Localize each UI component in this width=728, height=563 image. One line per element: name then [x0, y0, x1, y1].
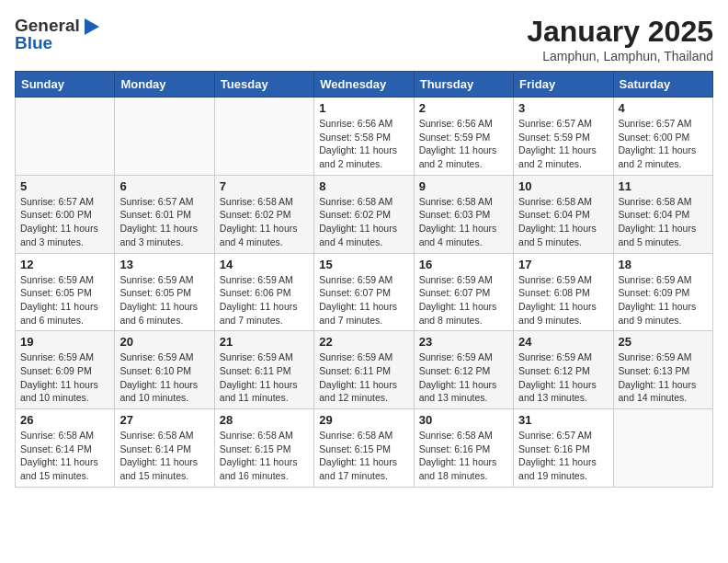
day-number: 18 — [619, 258, 708, 271]
day-number: 25 — [619, 335, 708, 349]
day-info: Sunrise: 6:58 AM Sunset: 6:16 PM Dayligh… — [419, 429, 508, 483]
calendar-cell: 9Sunrise: 6:58 AM Sunset: 6:03 PM Daylig… — [414, 175, 513, 253]
calendar-cell: 4Sunrise: 6:57 AM Sunset: 6:00 PM Daylig… — [613, 98, 712, 176]
day-info: Sunrise: 6:59 AM Sunset: 6:06 PM Dayligh… — [220, 273, 309, 327]
calendar-cell: 8Sunrise: 6:58 AM Sunset: 6:02 PM Daylig… — [314, 175, 414, 253]
day-info: Sunrise: 6:58 AM Sunset: 6:04 PM Dayligh… — [518, 195, 608, 249]
day-number: 3 — [518, 101, 608, 115]
day-number: 21 — [220, 335, 309, 349]
calendar-cell: 2Sunrise: 6:56 AM Sunset: 5:59 PM Daylig… — [414, 98, 513, 176]
calendar-cell: 5Sunrise: 6:57 AM Sunset: 6:00 PM Daylig… — [16, 175, 115, 253]
day-number: 2 — [419, 101, 508, 115]
calendar-cell: 1Sunrise: 6:56 AM Sunset: 5:58 PM Daylig… — [314, 98, 414, 176]
day-info: Sunrise: 6:57 AM Sunset: 6:00 PM Dayligh… — [619, 117, 708, 171]
day-info: Sunrise: 6:59 AM Sunset: 6:13 PM Dayligh… — [619, 350, 708, 405]
day-info: Sunrise: 6:57 AM Sunset: 5:59 PM Dayligh… — [518, 117, 608, 171]
day-info: Sunrise: 6:59 AM Sunset: 6:12 PM Dayligh… — [518, 350, 608, 405]
day-info: Sunrise: 6:58 AM Sunset: 6:14 PM Dayligh… — [119, 429, 209, 483]
day-info: Sunrise: 6:57 AM Sunset: 6:00 PM Dayligh… — [20, 195, 109, 249]
day-info: Sunrise: 6:59 AM Sunset: 6:11 PM Dayligh… — [319, 350, 408, 405]
calendar-header-thursday: Thursday — [414, 72, 513, 98]
calendar-header-sunday: Sunday — [16, 72, 115, 98]
day-info: Sunrise: 6:56 AM Sunset: 5:59 PM Dayligh… — [419, 117, 508, 171]
calendar-cell — [16, 98, 115, 176]
day-number: 22 — [319, 335, 408, 349]
day-info: Sunrise: 6:59 AM Sunset: 6:09 PM Dayligh… — [20, 350, 109, 405]
logo-triangle-icon — [81, 17, 101, 37]
day-info: Sunrise: 6:58 AM Sunset: 6:04 PM Dayligh… — [619, 195, 708, 249]
day-number: 17 — [518, 258, 608, 271]
day-info: Sunrise: 6:58 AM Sunset: 6:02 PM Dayligh… — [319, 195, 408, 249]
calendar-cell: 25Sunrise: 6:59 AM Sunset: 6:13 PM Dayli… — [613, 331, 712, 409]
calendar-header-saturday: Saturday — [613, 72, 712, 98]
calendar-cell: 20Sunrise: 6:59 AM Sunset: 6:10 PM Dayli… — [115, 331, 214, 409]
calendar-cell: 19Sunrise: 6:59 AM Sunset: 6:09 PM Dayli… — [16, 331, 115, 409]
day-info: Sunrise: 6:59 AM Sunset: 6:09 PM Dayligh… — [619, 273, 708, 327]
calendar-cell — [115, 98, 214, 176]
day-info: Sunrise: 6:57 AM Sunset: 6:01 PM Dayligh… — [119, 195, 209, 249]
day-number: 1 — [319, 101, 408, 115]
calendar-cell: 14Sunrise: 6:59 AM Sunset: 6:06 PM Dayli… — [214, 253, 313, 331]
day-number: 30 — [419, 413, 508, 427]
location-title: Lamphun, Lamphun, Thailand — [527, 49, 713, 63]
day-number: 11 — [619, 179, 708, 193]
calendar-week-row: 5Sunrise: 6:57 AM Sunset: 6:00 PM Daylig… — [16, 175, 713, 253]
day-number: 13 — [119, 258, 209, 271]
day-number: 9 — [419, 179, 508, 193]
title-block: January 2025 Lamphun, Lamphun, Thailand — [527, 15, 713, 63]
day-info: Sunrise: 6:59 AM Sunset: 6:12 PM Dayligh… — [419, 350, 508, 405]
day-info: Sunrise: 6:57 AM Sunset: 6:16 PM Dayligh… — [518, 429, 608, 483]
calendar-cell: 22Sunrise: 6:59 AM Sunset: 6:11 PM Dayli… — [314, 331, 414, 409]
calendar-cell: 21Sunrise: 6:59 AM Sunset: 6:11 PM Dayli… — [214, 331, 313, 409]
calendar-week-row: 19Sunrise: 6:59 AM Sunset: 6:09 PM Dayli… — [16, 331, 713, 409]
day-number: 5 — [20, 179, 109, 193]
day-number: 26 — [20, 413, 109, 427]
calendar-cell: 29Sunrise: 6:58 AM Sunset: 6:15 PM Dayli… — [314, 409, 414, 488]
day-info: Sunrise: 6:59 AM Sunset: 6:07 PM Dayligh… — [319, 273, 408, 327]
day-info: Sunrise: 6:58 AM Sunset: 6:03 PM Dayligh… — [419, 195, 508, 249]
day-number: 16 — [419, 258, 508, 271]
calendar-header-monday: Monday — [115, 72, 214, 98]
day-info: Sunrise: 6:59 AM Sunset: 6:05 PM Dayligh… — [119, 273, 209, 327]
calendar-cell — [613, 409, 712, 488]
calendar-header-row: SundayMondayTuesdayWednesdayThursdayFrid… — [16, 72, 713, 98]
calendar-cell: 7Sunrise: 6:58 AM Sunset: 6:02 PM Daylig… — [214, 175, 313, 253]
calendar-cell: 28Sunrise: 6:58 AM Sunset: 6:15 PM Dayli… — [214, 409, 313, 488]
calendar-cell: 13Sunrise: 6:59 AM Sunset: 6:05 PM Dayli… — [115, 253, 214, 331]
calendar-cell: 18Sunrise: 6:59 AM Sunset: 6:09 PM Dayli… — [613, 253, 712, 331]
day-number: 15 — [319, 258, 408, 271]
day-number: 24 — [518, 335, 608, 349]
calendar-cell: 16Sunrise: 6:59 AM Sunset: 6:07 PM Dayli… — [414, 253, 513, 331]
day-number: 20 — [119, 335, 209, 349]
calendar-cell: 26Sunrise: 6:58 AM Sunset: 6:14 PM Dayli… — [16, 409, 115, 488]
day-number: 27 — [119, 413, 209, 427]
calendar-cell: 27Sunrise: 6:58 AM Sunset: 6:14 PM Dayli… — [115, 409, 214, 488]
calendar-header-friday: Friday — [514, 72, 613, 98]
day-number: 8 — [319, 179, 408, 193]
day-number: 29 — [319, 413, 408, 427]
page-header: General Blue January 2025 Lamphun, Lamph… — [15, 15, 713, 63]
day-number: 19 — [20, 335, 109, 349]
logo-blue-text: Blue — [15, 33, 52, 53]
calendar-header-wednesday: Wednesday — [314, 72, 414, 98]
calendar-cell: 31Sunrise: 6:57 AM Sunset: 6:16 PM Dayli… — [514, 409, 613, 488]
month-title: January 2025 — [527, 15, 713, 49]
day-info: Sunrise: 6:56 AM Sunset: 5:58 PM Dayligh… — [319, 117, 408, 171]
calendar-cell: 6Sunrise: 6:57 AM Sunset: 6:01 PM Daylig… — [115, 175, 214, 253]
day-number: 10 — [518, 179, 608, 193]
day-info: Sunrise: 6:59 AM Sunset: 6:10 PM Dayligh… — [119, 350, 209, 405]
calendar-cell: 30Sunrise: 6:58 AM Sunset: 6:16 PM Dayli… — [414, 409, 513, 488]
day-number: 31 — [518, 413, 608, 427]
calendar-header-tuesday: Tuesday — [214, 72, 313, 98]
calendar-cell: 15Sunrise: 6:59 AM Sunset: 6:07 PM Dayli… — [314, 253, 414, 331]
day-number: 12 — [20, 258, 109, 271]
logo: General Blue — [15, 15, 101, 53]
day-info: Sunrise: 6:58 AM Sunset: 6:14 PM Dayligh… — [20, 429, 109, 483]
day-number: 7 — [220, 179, 309, 193]
day-number: 4 — [619, 101, 708, 115]
calendar-cell: 3Sunrise: 6:57 AM Sunset: 5:59 PM Daylig… — [514, 98, 613, 176]
calendar-cell: 12Sunrise: 6:59 AM Sunset: 6:05 PM Dayli… — [16, 253, 115, 331]
calendar-cell: 24Sunrise: 6:59 AM Sunset: 6:12 PM Dayli… — [514, 331, 613, 409]
calendar-week-row: 12Sunrise: 6:59 AM Sunset: 6:05 PM Dayli… — [16, 253, 713, 331]
day-info: Sunrise: 6:58 AM Sunset: 6:02 PM Dayligh… — [220, 195, 309, 249]
